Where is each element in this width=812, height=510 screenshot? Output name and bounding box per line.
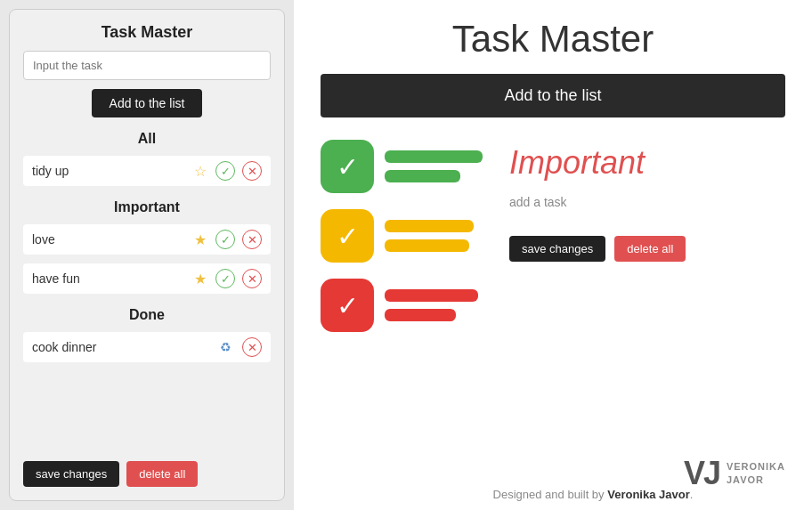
task-name: cook dinner — [32, 340, 208, 354]
delete-all-button[interactable]: delete all — [126, 461, 198, 487]
visual-row-yellow: ✓ — [321, 209, 483, 263]
bar-group-green — [385, 150, 483, 182]
checkmark-icon: ✓ — [337, 151, 359, 182]
task-name: tidy up — [32, 164, 185, 178]
task-input[interactable] — [23, 51, 271, 80]
delete-icon[interactable]: ✕ — [242, 161, 262, 181]
add-task-label[interactable]: add a task — [509, 195, 567, 209]
section-important-label: Important — [23, 199, 271, 215]
check-icon[interactable]: ✓ — [215, 230, 235, 249]
section-done-label: Done — [23, 307, 271, 323]
task-row: love ★ ✓ ✕ — [23, 224, 271, 255]
add-to-list-button[interactable]: Add to the list — [92, 89, 203, 117]
bar-green-2 — [385, 170, 460, 182]
check-icon[interactable]: ✓ — [215, 161, 235, 181]
star-filled-icon[interactable]: ★ — [192, 271, 208, 287]
right-bottom-buttons: save changes delete all — [509, 236, 686, 262]
task-name: love — [32, 232, 185, 247]
task-row: cook dinner ♻ ✕ — [23, 332, 271, 362]
footer: VJ VERONIKA JAVOR — [684, 455, 785, 492]
right-panel: Task Master Add to the list ✓ ✓ — [294, 0, 812, 510]
right-delete-button[interactable]: delete all — [614, 236, 686, 262]
delete-icon[interactable]: ✕ — [242, 230, 262, 249]
left-panel: Task Master Add to the list All tidy up … — [9, 9, 285, 501]
bar-group-yellow — [385, 220, 474, 252]
important-section-title: Important — [509, 144, 645, 182]
recycle-icon[interactable]: ♻ — [215, 337, 235, 357]
bar-yellow-2 — [385, 239, 469, 252]
task-row: have fun ★ ✓ ✕ — [23, 263, 271, 294]
visual-row-red: ✓ — [321, 279, 483, 332]
left-panel-title: Task Master — [23, 23, 271, 42]
star-filled-icon[interactable]: ★ — [192, 231, 208, 247]
checkmark-icon: ✓ — [337, 221, 359, 252]
bar-group-red — [385, 289, 478, 321]
star-empty-icon[interactable]: ☆ — [192, 163, 208, 179]
bar-red-1 — [385, 289, 478, 302]
right-info: Important add a task save changes delete… — [509, 140, 785, 262]
task-row: tidy up ☆ ✓ ✕ — [23, 156, 271, 186]
checkmark-icon: ✓ — [337, 290, 359, 321]
visual-section: ✓ ✓ ✓ — [321, 140, 785, 332]
delete-icon[interactable]: ✕ — [242, 269, 262, 288]
check-icon[interactable]: ✓ — [215, 269, 235, 288]
footer-link[interactable]: Veronika Javor — [607, 488, 690, 501]
delete-icon[interactable]: ✕ — [242, 337, 262, 357]
bar-yellow-1 — [385, 220, 474, 232]
bar-red-2 — [385, 309, 456, 321]
footer-text: Designed and built by Veronika Javor. — [493, 488, 694, 501]
section-all-label: All — [23, 131, 271, 147]
task-name: have fun — [32, 271, 185, 286]
right-save-button[interactable]: save changes — [509, 236, 605, 262]
bar-green-1 — [385, 150, 483, 163]
check-box-green: ✓ — [321, 140, 374, 193]
vj-logo: VJ — [684, 455, 719, 492]
check-box-red: ✓ — [321, 279, 374, 332]
right-add-bar[interactable]: Add to the list — [321, 74, 785, 117]
vj-logo-area: VJ VERONIKA JAVOR — [684, 455, 785, 492]
vj-name: VERONIKA JAVOR — [727, 460, 785, 488]
bottom-buttons: save changes delete all — [23, 461, 271, 487]
task-visuals: ✓ ✓ ✓ — [321, 140, 483, 332]
check-box-yellow: ✓ — [321, 209, 374, 263]
right-panel-title: Task Master — [321, 18, 785, 61]
save-changes-button[interactable]: save changes — [23, 461, 119, 487]
visual-row-green: ✓ — [321, 140, 483, 193]
